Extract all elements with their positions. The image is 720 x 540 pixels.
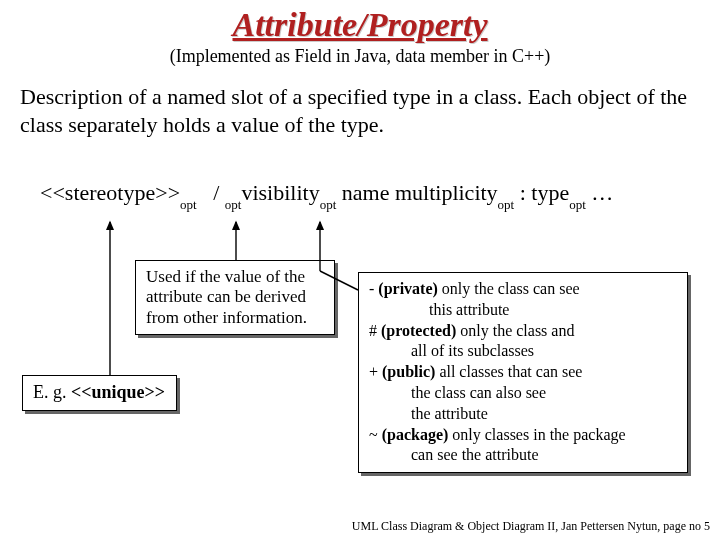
syntax-slash: / [213,180,219,205]
syntax-opt3: opt [320,197,337,212]
label-protected: (protected) [381,322,456,339]
syntax-type: : type [514,180,569,205]
sym-private: - [369,280,378,297]
callout-visibility: - (private) only the class can see this … [358,272,688,473]
callout-example: E. g. <<unique>> [22,375,177,411]
footer: UML Class Diagram & Object Diagram II, J… [352,519,710,534]
syntax-opt5: opt [569,197,586,212]
sym-protected: # [369,322,381,339]
page-title: Attribute/Property [0,0,720,44]
text-package2: can see the attribute [369,445,677,466]
visibility-private: - (private) only the class can see this … [369,279,677,321]
syntax-opt2: opt [225,197,242,212]
text-protected2: all of its subclasses [369,341,677,362]
text-private: only the class can see [438,280,580,297]
syntax-opt4: opt [498,197,515,212]
text-private2: this attribute [369,300,677,321]
example-bold: <<unique>> [71,382,165,402]
text-protected: only the class and [456,322,574,339]
sym-public: + [369,363,382,380]
text-public: all classes that can see [435,363,582,380]
visibility-package: ~ (package) only classes in the package … [369,425,677,467]
label-public: (public) [382,363,435,380]
label-package: (package) [382,426,449,443]
description: Description of a named slot of a specifi… [0,67,720,138]
text-public3: the attribute [369,404,677,425]
syntax-stereotype: <<stereotype>> [40,180,180,205]
syntax-visibility: visibility [241,180,319,205]
text-public2: the class can also see [369,383,677,404]
visibility-public: + (public) all classes that can see the … [369,362,677,424]
sym-package: ~ [369,426,382,443]
label-private: (private) [378,280,438,297]
visibility-protected: # (protected) only the class and all of … [369,321,677,363]
syntax-ellipsis: … [586,180,614,205]
subtitle: (Implemented as Field in Java, data memb… [0,46,720,67]
syntax-line: <<stereotype>>opt / optvisibilityopt nam… [0,180,720,209]
example-prefix: E. g. [33,382,71,402]
syntax-name: name multiplicity [336,180,497,205]
text-package: only classes in the package [448,426,625,443]
syntax-opt1: opt [180,197,197,212]
callout-derived: Used if the value of the attribute can b… [135,260,335,335]
